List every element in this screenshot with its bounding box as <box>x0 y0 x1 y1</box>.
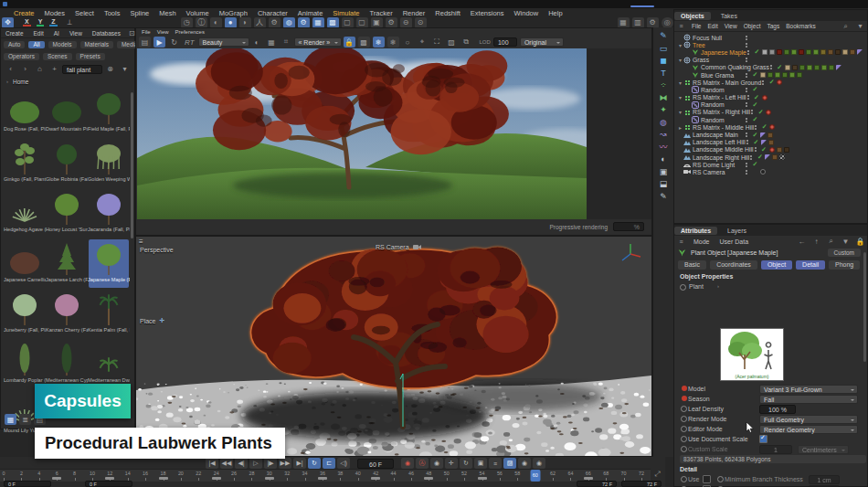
enabled-check[interactable]: ✓ <box>753 48 761 56</box>
record-active-button[interactable]: ◉ <box>533 458 545 469</box>
crop-icon[interactable]: ⌗ <box>281 37 292 48</box>
keyframe-marker[interactable] <box>212 477 221 480</box>
plant-thumbnail[interactable]: Kanzan Cherry (Fall, Pl... <box>47 290 87 338</box>
visibility-dots[interactable] <box>745 42 751 48</box>
keyframe-selection-button[interactable]: ◉ <box>430 458 443 469</box>
object-row[interactable]: ▾Tree <box>674 41 867 48</box>
annotation-tag[interactable] <box>761 140 767 145</box>
spline-pen-palette-icon[interactable]: ✎ <box>658 30 670 41</box>
use-checkbox[interactable] <box>703 475 711 483</box>
camera-palette-icon[interactable]: ▣ <box>658 166 670 177</box>
attr-filter-icon[interactable]: ▼ <box>840 236 852 247</box>
ab-menu-view[interactable]: View <box>65 29 87 37</box>
history-back-icon[interactable]: ← <box>796 236 808 247</box>
object-row[interactable]: Landscape Main✓ <box>674 131 867 138</box>
lod-value[interactable]: 100 % <box>493 37 517 47</box>
material-tag[interactable] <box>767 132 773 138</box>
axis-y-toggle[interactable]: Y <box>37 18 45 26</box>
object-name[interactable]: Common Quaking Grass <box>701 64 769 70</box>
attr-chip-phong[interactable]: Phong <box>829 260 860 270</box>
object-name[interactable]: RS Matrix - Right Hill <box>693 109 750 115</box>
material-tag[interactable] <box>813 49 819 55</box>
obj-menu-edit[interactable]: Edit <box>704 23 720 29</box>
keyframe-marker[interactable] <box>159 477 168 480</box>
plant-thumbnail[interactable]: Hedgehog Agave (Fall... <box>5 189 45 238</box>
object-row[interactable]: Random✓ <box>674 116 867 123</box>
keyframe-marker[interactable] <box>424 477 433 480</box>
ab-tab-scenes[interactable]: Scenes <box>43 53 72 60</box>
back-icon[interactable]: ‹ <box>5 64 16 75</box>
menu-create[interactable]: Create <box>9 8 39 18</box>
enabled-check[interactable]: ✓ <box>751 132 759 139</box>
region-icon[interactable]: ○ <box>402 37 414 48</box>
visibility-dots[interactable] <box>749 154 756 161</box>
object-row[interactable]: ▾RS Matrix - Left Hill✓ <box>674 94 867 101</box>
spline-wrap-palette-icon[interactable]: ↝ <box>658 129 670 140</box>
object-row[interactable]: ▾Grass <box>674 57 867 64</box>
obj-menu-object[interactable]: Object <box>741 23 764 29</box>
perspective-viewport[interactable]: ≡ Perspective RS Camera Place ✛ <box>135 236 652 457</box>
material-tag[interactable] <box>820 49 826 55</box>
attr-chip-object[interactable]: Object <box>761 260 792 270</box>
material-tag[interactable] <box>762 49 767 55</box>
visibility-dots[interactable] <box>769 64 776 70</box>
ab-menu-ai[interactable]: AI <box>49 29 64 37</box>
checker-material-tag[interactable] <box>779 154 785 160</box>
object-name[interactable]: RS Matrix - Main Ground <box>693 79 761 86</box>
pixel-grid-icon[interactable]: ▩ <box>358 37 370 48</box>
dynamics-icon[interactable]: ◍ <box>283 17 295 28</box>
loop-button[interactable]: ↻ <box>308 458 321 469</box>
material-tag[interactable] <box>782 72 788 78</box>
rv-menu-file[interactable]: File <box>139 29 153 35</box>
symmetry-palette-icon[interactable]: ⧓ <box>658 92 670 103</box>
enabled-check[interactable]: ✓ <box>756 154 764 161</box>
redshift-icon[interactable]: ◎ <box>662 17 673 28</box>
plant-thumbnail[interactable]: Dog Rose (Fall, Plant) <box>5 89 45 137</box>
enabled-check[interactable]: ✓ <box>753 94 761 101</box>
object-name[interactable]: Random <box>701 117 725 123</box>
menu-tools[interactable]: Tools <box>100 8 125 18</box>
ab-menu-databases[interactable]: Databases <box>88 29 125 37</box>
plant-thumbnail[interactable]: Ginkgo (Fall, Plant) <box>5 139 45 187</box>
visibility-dots[interactable] <box>746 49 753 56</box>
enabled-check[interactable]: ✓ <box>757 109 765 116</box>
param-checkbox[interactable] <box>759 435 767 443</box>
render-view-button[interactable]: ▦ <box>618 17 630 28</box>
floor-palette-icon[interactable]: ⬓ <box>658 178 670 189</box>
range-start-field-2[interactable]: 0 F <box>85 481 132 487</box>
keyframe-marker[interactable] <box>318 477 327 480</box>
object-row[interactable]: Common Quaking Grass✓ <box>674 64 867 71</box>
visibility-dots[interactable] <box>754 146 760 153</box>
sky-palette-icon[interactable]: ◐ <box>658 154 670 164</box>
visibility-dots[interactable] <box>746 139 752 145</box>
annotation-tag[interactable] <box>857 49 863 55</box>
redshift-object-tag[interactable] <box>762 95 767 101</box>
keyframe-marker[interactable] <box>478 477 487 480</box>
menu-spline[interactable]: Spline <box>125 8 153 18</box>
figure-icon[interactable]: 人 <box>254 17 266 28</box>
visibility-dots[interactable] <box>745 57 751 63</box>
text-tool-palette-icon[interactable]: T <box>658 68 670 79</box>
menu-mesh[interactable]: Mesh <box>154 8 180 18</box>
render-settings-button[interactable]: ⚙ <box>647 17 659 28</box>
plant-thumbnail[interactable]: Japanese Maple (Fall, ... <box>89 239 129 288</box>
sound-button[interactable]: ◁) <box>337 458 350 469</box>
object-row[interactable]: Landscape Left Hill✓ <box>674 139 867 146</box>
move-tool-icon[interactable]: ✥ <box>2 17 14 28</box>
ab-tab-operators[interactable]: Operators <box>4 53 39 60</box>
enabled-check[interactable]: ✓ <box>767 79 776 86</box>
object-row[interactable]: Random✓ <box>674 101 867 109</box>
menu-redshift[interactable]: Redshift <box>430 8 465 18</box>
freeze-icon[interactable]: ❄ <box>373 37 385 48</box>
enabled-check[interactable]: ✓ <box>751 116 759 123</box>
material-tag[interactable] <box>799 65 805 70</box>
clear-search-icon[interactable]: ⊗ <box>104 64 116 75</box>
timeline-expand-icon[interactable]: ⤢ <box>651 469 663 480</box>
timeline-ruler[interactable]: 0246810121416182022242628303234363840424… <box>0 469 651 482</box>
breadcrumb[interactable]: Home <box>13 79 28 85</box>
object-name[interactable]: Tree <box>693 42 705 48</box>
visibility-dots[interactable] <box>745 132 751 138</box>
material-tag[interactable] <box>829 65 834 70</box>
visibility-dots[interactable] <box>746 94 753 101</box>
info-icon[interactable]: ⓘ <box>196 17 207 28</box>
